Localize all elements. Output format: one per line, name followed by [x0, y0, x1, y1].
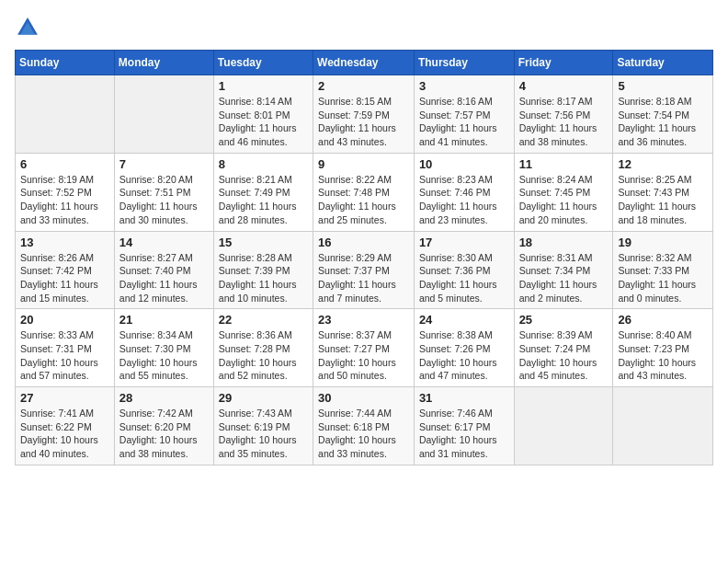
calendar-day-cell: 11Sunrise: 8:24 AMSunset: 7:45 PMDayligh…: [514, 153, 613, 231]
calendar-day-cell: 31Sunrise: 7:46 AMSunset: 6:17 PMDayligh…: [414, 387, 514, 465]
header-friday: Friday: [514, 51, 613, 75]
calendar-week-row: 20Sunrise: 8:33 AMSunset: 7:31 PMDayligh…: [16, 309, 713, 387]
calendar-day-cell: 17Sunrise: 8:30 AMSunset: 7:36 PMDayligh…: [414, 231, 514, 309]
calendar-week-row: 13Sunrise: 8:26 AMSunset: 7:42 PMDayligh…: [16, 231, 713, 309]
day-info: Sunrise: 8:29 AMSunset: 7:37 PMDaylight:…: [318, 251, 409, 305]
calendar-day-cell: 13Sunrise: 8:26 AMSunset: 7:42 PMDayligh…: [16, 231, 115, 309]
day-info: Sunrise: 8:36 AMSunset: 7:28 PMDaylight:…: [219, 328, 308, 383]
calendar-day-cell: 14Sunrise: 8:27 AMSunset: 7:40 PMDayligh…: [114, 231, 213, 309]
calendar-day-cell: 21Sunrise: 8:34 AMSunset: 7:30 PMDayligh…: [114, 309, 213, 387]
day-number: 7: [119, 157, 209, 171]
day-number: 16: [318, 236, 409, 249]
day-number: 12: [618, 157, 708, 171]
day-number: 6: [20, 157, 109, 171]
calendar-day-cell: 6Sunrise: 8:19 AMSunset: 7:52 PMDaylight…: [16, 153, 115, 231]
day-number: 25: [519, 313, 609, 327]
day-info: Sunrise: 8:16 AMSunset: 7:57 PMDaylight:…: [419, 95, 509, 149]
day-info: Sunrise: 8:20 AMSunset: 7:51 PMDaylight:…: [119, 173, 209, 227]
header-monday: Monday: [114, 51, 213, 75]
calendar-day-cell: 26Sunrise: 8:40 AMSunset: 7:23 PMDayligh…: [613, 309, 713, 387]
day-number: 30: [318, 391, 409, 405]
day-info: Sunrise: 7:41 AMSunset: 6:22 PMDaylight:…: [20, 407, 109, 461]
day-number: 24: [419, 313, 509, 327]
day-number: 29: [219, 391, 308, 405]
calendar-day-cell: 18Sunrise: 8:31 AMSunset: 7:34 PMDayligh…: [514, 231, 613, 309]
calendar-day-cell: [613, 387, 713, 465]
page-header: [15, 15, 713, 40]
day-info: Sunrise: 7:46 AMSunset: 6:17 PMDaylight:…: [419, 407, 509, 461]
calendar-day-cell: 12Sunrise: 8:25 AMSunset: 7:43 PMDayligh…: [613, 153, 713, 231]
calendar-week-row: 1Sunrise: 8:14 AMSunset: 8:01 PMDaylight…: [16, 75, 713, 154]
calendar-day-cell: 7Sunrise: 8:20 AMSunset: 7:51 PMDaylight…: [114, 153, 213, 231]
day-number: 22: [219, 313, 308, 327]
calendar-day-cell: 1Sunrise: 8:14 AMSunset: 8:01 PMDaylight…: [213, 75, 313, 154]
day-info: Sunrise: 8:26 AMSunset: 7:42 PMDaylight:…: [20, 251, 109, 305]
calendar-day-cell: 3Sunrise: 8:16 AMSunset: 7:57 PMDaylight…: [414, 75, 514, 154]
day-number: 17: [419, 236, 509, 249]
day-number: 23: [318, 313, 409, 327]
day-number: 20: [20, 313, 109, 327]
day-number: 13: [20, 236, 109, 249]
calendar-header-row: SundayMondayTuesdayWednesdayThursdayFrid…: [16, 51, 713, 75]
calendar-day-cell: [514, 387, 613, 465]
day-info: Sunrise: 8:19 AMSunset: 7:52 PMDaylight:…: [20, 173, 109, 227]
calendar-day-cell: 23Sunrise: 8:37 AMSunset: 7:27 PMDayligh…: [313, 309, 415, 387]
day-number: 4: [519, 79, 609, 93]
calendar-day-cell: 25Sunrise: 8:39 AMSunset: 7:24 PMDayligh…: [514, 309, 613, 387]
header-thursday: Thursday: [414, 51, 514, 75]
day-number: 5: [618, 79, 708, 93]
calendar-day-cell: 28Sunrise: 7:42 AMSunset: 6:20 PMDayligh…: [114, 387, 213, 465]
day-info: Sunrise: 8:25 AMSunset: 7:43 PMDaylight:…: [618, 173, 708, 227]
calendar-table: SundayMondayTuesdayWednesdayThursdayFrid…: [15, 50, 713, 465]
day-number: 27: [20, 391, 109, 405]
day-number: 14: [119, 236, 209, 249]
calendar-day-cell: 27Sunrise: 7:41 AMSunset: 6:22 PMDayligh…: [16, 387, 115, 465]
calendar-day-cell: 15Sunrise: 8:28 AMSunset: 7:39 PMDayligh…: [213, 231, 313, 309]
day-info: Sunrise: 8:14 AMSunset: 8:01 PMDaylight:…: [219, 95, 308, 149]
day-info: Sunrise: 7:43 AMSunset: 6:19 PMDaylight:…: [219, 407, 308, 461]
day-info: Sunrise: 8:15 AMSunset: 7:59 PMDaylight:…: [318, 95, 409, 149]
calendar-day-cell: 16Sunrise: 8:29 AMSunset: 7:37 PMDayligh…: [313, 231, 415, 309]
day-info: Sunrise: 8:17 AMSunset: 7:56 PMDaylight:…: [519, 95, 609, 149]
calendar-week-row: 6Sunrise: 8:19 AMSunset: 7:52 PMDaylight…: [16, 153, 713, 231]
day-info: Sunrise: 8:33 AMSunset: 7:31 PMDaylight:…: [20, 328, 109, 383]
calendar-day-cell: 2Sunrise: 8:15 AMSunset: 7:59 PMDaylight…: [313, 75, 415, 154]
day-info: Sunrise: 8:23 AMSunset: 7:46 PMDaylight:…: [419, 173, 509, 227]
day-number: 2: [318, 79, 409, 93]
day-info: Sunrise: 7:42 AMSunset: 6:20 PMDaylight:…: [119, 407, 209, 461]
calendar-day-cell: 22Sunrise: 8:36 AMSunset: 7:28 PMDayligh…: [213, 309, 313, 387]
day-info: Sunrise: 8:34 AMSunset: 7:30 PMDaylight:…: [119, 328, 209, 383]
day-info: Sunrise: 8:38 AMSunset: 7:26 PMDaylight:…: [419, 328, 509, 383]
calendar-day-cell: 4Sunrise: 8:17 AMSunset: 7:56 PMDaylight…: [514, 75, 613, 154]
logo-icon: [15, 15, 40, 40]
day-number: 11: [519, 157, 609, 171]
header-wednesday: Wednesday: [313, 51, 415, 75]
calendar-day-cell: 29Sunrise: 7:43 AMSunset: 6:19 PMDayligh…: [213, 387, 313, 465]
header-saturday: Saturday: [613, 51, 713, 75]
day-info: Sunrise: 8:40 AMSunset: 7:23 PMDaylight:…: [618, 328, 708, 383]
calendar-day-cell: 30Sunrise: 7:44 AMSunset: 6:18 PMDayligh…: [313, 387, 415, 465]
day-number: 28: [119, 391, 209, 405]
calendar-day-cell: 10Sunrise: 8:23 AMSunset: 7:46 PMDayligh…: [414, 153, 514, 231]
day-info: Sunrise: 8:37 AMSunset: 7:27 PMDaylight:…: [318, 328, 409, 383]
header-tuesday: Tuesday: [213, 51, 313, 75]
day-number: 21: [119, 313, 209, 327]
day-number: 19: [618, 236, 708, 249]
day-info: Sunrise: 8:18 AMSunset: 7:54 PMDaylight:…: [618, 95, 708, 149]
day-info: Sunrise: 8:30 AMSunset: 7:36 PMDaylight:…: [419, 251, 509, 305]
calendar-day-cell: 24Sunrise: 8:38 AMSunset: 7:26 PMDayligh…: [414, 309, 514, 387]
day-number: 1: [219, 79, 308, 93]
day-info: Sunrise: 8:28 AMSunset: 7:39 PMDaylight:…: [219, 251, 308, 305]
day-number: 15: [219, 236, 308, 249]
day-number: 10: [419, 157, 509, 171]
day-number: 9: [318, 157, 409, 171]
calendar-day-cell: [16, 75, 115, 154]
calendar-day-cell: 9Sunrise: 8:22 AMSunset: 7:48 PMDaylight…: [313, 153, 415, 231]
day-number: 3: [419, 79, 509, 93]
calendar-week-row: 27Sunrise: 7:41 AMSunset: 6:22 PMDayligh…: [16, 387, 713, 465]
day-info: Sunrise: 8:39 AMSunset: 7:24 PMDaylight:…: [519, 328, 609, 383]
day-number: 18: [519, 236, 609, 249]
calendar-day-cell: 5Sunrise: 8:18 AMSunset: 7:54 PMDaylight…: [613, 75, 713, 154]
day-number: 26: [618, 313, 708, 327]
header-sunday: Sunday: [16, 51, 115, 75]
